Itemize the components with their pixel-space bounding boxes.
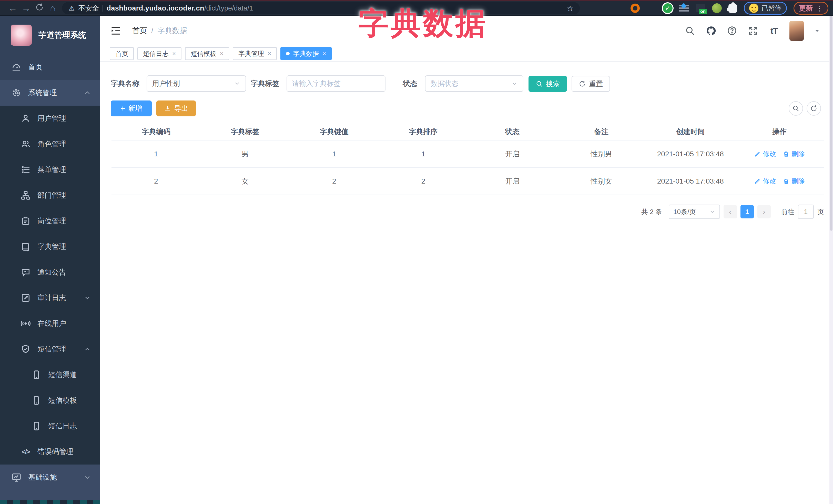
- sidebar-item-label: 错误码管理: [38, 447, 73, 457]
- tab-dict-data[interactable]: 字典数据 ×: [280, 47, 332, 60]
- address-bar[interactable]: ⚠ 不安全 dashboard.yudao.iocoder.cn/dict/ty…: [62, 2, 580, 14]
- extension-gem-icon[interactable]: [646, 3, 656, 13]
- app-logo-row[interactable]: 芋道管理系统: [0, 16, 100, 54]
- monitor-chart-icon: [11, 472, 22, 483]
- user-avatar[interactable]: [789, 21, 804, 41]
- sidebar-item-sms-template[interactable]: 短信模板: [0, 388, 100, 413]
- goto-page-input[interactable]: [798, 205, 814, 219]
- sidebar-item-role-mgmt[interactable]: 角色管理: [0, 131, 100, 157]
- breadcrumb-home[interactable]: 首页: [132, 26, 147, 36]
- export-button[interactable]: 导出: [156, 100, 196, 116]
- dict-name-value: 用户性别: [152, 79, 180, 88]
- status-select[interactable]: 数据状态: [425, 75, 523, 92]
- sidebar-item-post-mgmt[interactable]: 岗位管理: [0, 208, 100, 234]
- sidebar-item-audit-log[interactable]: 审计日志: [0, 285, 100, 311]
- sidebar-horizontal-scrollbar[interactable]: [0, 500, 100, 504]
- chevron-up-icon: [84, 89, 91, 97]
- close-icon[interactable]: ×: [172, 50, 176, 57]
- sidebar-item-menu-mgmt[interactable]: 菜单管理: [0, 157, 100, 183]
- sidebar-item-user-mgmt[interactable]: 用户管理: [0, 105, 100, 131]
- browser-reload-icon[interactable]: [33, 3, 46, 14]
- scrollbar-thumb[interactable]: [830, 16, 832, 231]
- font-size-icon[interactable]: tT: [768, 25, 780, 37]
- sidebar-item-system-mgmt[interactable]: 系统管理: [0, 80, 100, 105]
- delete-link[interactable]: 删除: [783, 149, 805, 159]
- sidebar-item-dept-mgmt[interactable]: 部门管理: [0, 183, 100, 208]
- avatar-caret-down-icon[interactable]: [813, 27, 821, 34]
- bookmark-star-icon[interactable]: ☆: [567, 4, 574, 13]
- search-button[interactable]: 搜索: [528, 76, 567, 92]
- extension-orange-icon[interactable]: [630, 4, 640, 13]
- col-created: 创建时间: [646, 123, 735, 140]
- page-size-select[interactable]: 10条/页: [669, 205, 720, 219]
- sidebar-item-notice[interactable]: 通知公告: [0, 259, 100, 285]
- chevron-down-icon: [709, 209, 715, 215]
- prev-page-button[interactable]: ‹: [723, 205, 737, 218]
- shield-check-icon: [20, 343, 31, 355]
- add-button[interactable]: + 新增: [111, 100, 152, 116]
- refresh-icon: [579, 80, 586, 88]
- next-page-button[interactable]: ›: [757, 205, 771, 218]
- dashboard-icon: [11, 62, 22, 73]
- sidebar-item-error-code[interactable]: </> 错误码管理: [0, 439, 100, 464]
- close-icon[interactable]: ×: [220, 50, 223, 57]
- app-logo: [11, 25, 32, 46]
- dict-tag-input[interactable]: [287, 75, 385, 92]
- sidebar-item-infra[interactable]: 基础设施: [0, 464, 100, 490]
- url-path: /dict/type/data/1: [204, 4, 253, 12]
- browser-menu-kebab-icon[interactable]: ⋮: [816, 4, 823, 13]
- sidebar-item-sms-mgmt[interactable]: 短信管理: [0, 336, 100, 362]
- pagination: 共 2 条 10条/页 ‹ 1 › 前往 页: [641, 205, 824, 219]
- extensions-puzzle-icon[interactable]: [729, 4, 737, 13]
- dict-name-select[interactable]: 用户性别: [147, 75, 246, 92]
- close-icon[interactable]: ×: [323, 50, 326, 57]
- sidebar-item-label: 首页: [28, 62, 43, 72]
- total-count-label: 共 2 条: [641, 208, 662, 216]
- github-icon[interactable]: [705, 25, 717, 37]
- sidebar-toggle-icon[interactable]: [110, 25, 121, 37]
- help-icon[interactable]: [727, 25, 738, 37]
- reset-button[interactable]: 重置: [572, 76, 610, 92]
- browser-home-icon[interactable]: ⌂: [46, 3, 60, 14]
- browser-back-icon[interactable]: ←: [6, 3, 20, 14]
- active-tab-dot: [286, 52, 290, 55]
- breadcrumb-current: 字典数据: [158, 26, 187, 36]
- search-icon[interactable]: [684, 25, 696, 37]
- browser-forward-icon[interactable]: →: [20, 3, 33, 14]
- extension-on-badge-icon[interactable]: on: [696, 4, 705, 12]
- sidebar-item-home[interactable]: 首页: [0, 54, 100, 80]
- browser-update-button[interactable]: 更新 ⋮: [793, 2, 828, 15]
- edit-link[interactable]: 修改: [754, 177, 776, 186]
- sidebar-item-dict-mgmt[interactable]: 字典管理: [0, 234, 100, 259]
- app-header: 首页 / 字典数据 tT: [100, 16, 829, 46]
- col-actions: 操作: [735, 123, 824, 140]
- refresh-table-button[interactable]: [807, 101, 821, 116]
- sidebar-item-online-users[interactable]: 在线用户: [0, 311, 100, 336]
- delete-link[interactable]: 删除: [783, 177, 805, 186]
- sidebar-item-label: 短信管理: [38, 344, 66, 354]
- sidebar-item-sms-channel[interactable]: 短信渠道: [0, 362, 100, 388]
- close-icon[interactable]: ×: [268, 50, 271, 57]
- security-warning-icon[interactable]: ⚠: [69, 4, 75, 12]
- browser-profile-chip[interactable]: 已暂停: [744, 2, 787, 15]
- vertical-scrollbar[interactable]: [829, 16, 833, 504]
- cell-value: 2: [290, 168, 379, 195]
- extension-sliders-icon[interactable]: [679, 5, 689, 13]
- gear-icon: [11, 87, 22, 98]
- tab-dict-mgmt[interactable]: 字典管理 ×: [233, 47, 277, 60]
- sidebar-item-sms-log[interactable]: 短信日志: [0, 413, 100, 439]
- tab-sms-log[interactable]: 短信日志 ×: [137, 47, 182, 60]
- current-page-button[interactable]: 1: [740, 205, 754, 218]
- tab-home[interactable]: 首页: [110, 47, 134, 60]
- toggle-search-button[interactable]: [789, 101, 803, 116]
- users-icon: [20, 139, 31, 150]
- extension-check-icon[interactable]: ✓: [663, 3, 672, 13]
- fullscreen-icon[interactable]: [747, 25, 759, 37]
- edit-link[interactable]: 修改: [754, 149, 776, 159]
- table-header-row: 字典编码 字典标签 字典键值 字典排序 状态 备注 创建时间 操作: [112, 123, 824, 141]
- tab-sms-template[interactable]: 短信模板 ×: [185, 47, 229, 60]
- edit-pencil-icon: [754, 151, 761, 158]
- breadcrumb-separator: /: [151, 27, 153, 35]
- extension-leaf-icon[interactable]: [712, 3, 722, 13]
- dict-data-table: 字典编码 字典标签 字典键值 字典排序 状态 备注 创建时间 操作 1 男 1 …: [112, 123, 824, 195]
